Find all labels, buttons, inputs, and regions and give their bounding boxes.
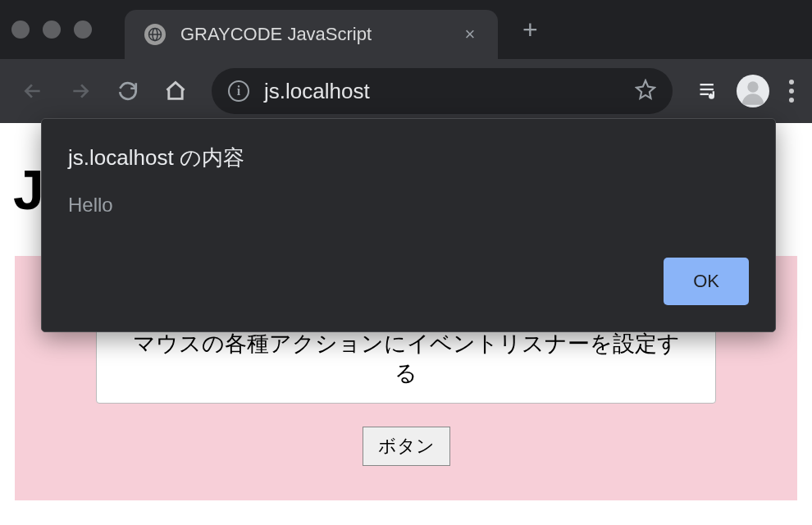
window-maximize[interactable]	[74, 21, 92, 39]
address-bar[interactable]: i js.localhost	[212, 68, 673, 114]
browser-chrome: GRAYCODE JavaScript × + i js.localhost	[0, 0, 812, 123]
browser-menu-icon[interactable]	[786, 76, 797, 106]
profile-avatar[interactable]	[737, 75, 769, 107]
svg-rect-5	[700, 94, 709, 95]
media-control-icon[interactable]	[697, 78, 720, 104]
toolbar-right	[697, 75, 797, 107]
new-tab-button[interactable]: +	[522, 16, 538, 43]
ok-button[interactable]: OK	[664, 258, 749, 305]
home-button[interactable]	[157, 73, 194, 109]
alert-actions: OK	[68, 258, 749, 305]
svg-rect-4	[700, 89, 714, 90]
url-text: js.localhost	[264, 79, 620, 104]
close-icon[interactable]: ×	[460, 25, 480, 43]
bookmark-icon[interactable]	[635, 79, 656, 103]
window-controls	[11, 21, 92, 39]
alert-title: js.localhost の内容	[68, 144, 749, 172]
forward-button[interactable]	[62, 73, 98, 109]
tab-strip: GRAYCODE JavaScript × +	[0, 0, 812, 59]
toolbar: i js.localhost	[0, 59, 812, 123]
svg-rect-3	[700, 84, 714, 85]
demo-button[interactable]: ボタン	[363, 427, 450, 466]
svg-point-6	[709, 94, 714, 98]
back-button[interactable]	[15, 73, 51, 109]
window-minimize[interactable]	[43, 21, 61, 39]
tab-title: GRAYCODE JavaScript	[180, 24, 445, 45]
reload-button[interactable]	[110, 73, 146, 109]
globe-icon	[144, 24, 166, 45]
svg-point-7	[747, 81, 758, 92]
window-close[interactable]	[11, 21, 30, 39]
alert-message: Hello	[68, 194, 749, 217]
alert-dialog: js.localhost の内容 Hello OK	[41, 118, 776, 332]
browser-tab[interactable]: GRAYCODE JavaScript ×	[125, 10, 498, 59]
site-info-icon[interactable]: i	[228, 80, 249, 102]
